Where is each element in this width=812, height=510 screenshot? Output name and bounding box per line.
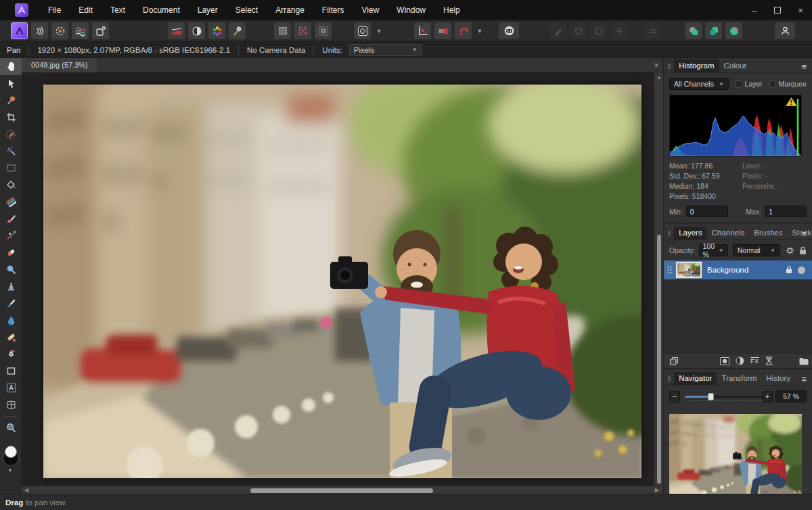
tool-pixel[interactable]: [0, 227, 22, 244]
tool-flood-fill[interactable]: [0, 177, 22, 193]
quick-mask-dropdown-chevron-icon[interactable]: ▼: [374, 22, 384, 39]
tool-smudge[interactable]: [0, 295, 22, 312]
snapping-magnet-icon[interactable]: [455, 22, 472, 39]
panel-menu-icon[interactable]: ≡: [801, 64, 807, 70]
adjustment-layer-icon[interactable]: [736, 356, 744, 365]
panel-menu-icon[interactable]: ≡: [801, 231, 807, 237]
menu-select[interactable]: Select: [227, 5, 267, 15]
snapping-move-icon[interactable]: [434, 22, 451, 39]
histogram-graph[interactable]: [669, 95, 802, 157]
units-dropdown[interactable]: Pixels ▼: [349, 44, 422, 56]
zoom-slider[interactable]: [685, 391, 758, 402]
panel-grip-icon[interactable]: ‖: [667, 230, 674, 239]
assistant-icon[interactable]: [499, 22, 519, 39]
scroll-right-icon[interactable]: ▶: [655, 487, 659, 493]
group-layers-icon[interactable]: [799, 357, 809, 365]
auto-levels-icon[interactable]: [168, 22, 185, 39]
invert-selection-icon[interactable]: [315, 22, 332, 39]
live-filter-icon[interactable]: [765, 356, 773, 365]
tab-navigator[interactable]: Navigator: [674, 372, 717, 385]
close-button[interactable]: ×: [789, 0, 812, 20]
tool-mesh-warp[interactable]: [0, 396, 22, 413]
liquify-persona-icon[interactable]: [31, 22, 48, 39]
document-tab[interactable]: 0049.jpg (57.3%): [22, 58, 98, 72]
vertical-scroll-thumb[interactable]: [657, 235, 661, 484]
snapping-dropdown-chevron-icon[interactable]: ▼: [475, 22, 484, 39]
tab-colour[interactable]: Colour: [719, 60, 752, 72]
tab-histogram[interactable]: Histogram: [674, 60, 719, 72]
tool-paint-brush[interactable]: [0, 210, 22, 227]
layer-lock-icon[interactable]: [786, 266, 792, 274]
menu-view[interactable]: View: [353, 5, 388, 15]
menu-window[interactable]: Window: [388, 5, 434, 15]
select-all-icon[interactable]: [274, 22, 291, 39]
tool-selection-brush[interactable]: [0, 126, 22, 143]
tool-blur[interactable]: [0, 312, 22, 329]
zoom-out-button[interactable]: −: [669, 391, 680, 402]
menu-filters[interactable]: Filters: [313, 5, 353, 15]
layer-effects-icon[interactable]: FX: [750, 357, 759, 365]
tab-channels[interactable]: Channels: [707, 227, 750, 239]
export-persona-icon[interactable]: [92, 22, 109, 39]
tool-gradient[interactable]: [0, 193, 22, 210]
menu-text[interactable]: Text: [102, 5, 134, 15]
layer-row-background[interactable]: Background: [664, 260, 812, 279]
scroll-down-icon[interactable]: ▼: [654, 478, 664, 484]
zoom-percentage[interactable]: 57 %: [775, 390, 807, 402]
mask-layer-icon[interactable]: [720, 357, 729, 365]
minimize-button[interactable]: –: [743, 0, 766, 20]
scroll-left-icon[interactable]: ◀: [24, 487, 28, 493]
tool-clone[interactable]: [0, 278, 22, 295]
tool-crop[interactable]: [0, 109, 22, 126]
tool-move[interactable]: [0, 75, 22, 92]
tool-flood-select[interactable]: [0, 143, 22, 160]
opacity-dropdown[interactable]: 100 % ▼: [699, 244, 728, 256]
tab-layers[interactable]: Layers: [674, 227, 707, 239]
menu-arrange[interactable]: Arrange: [267, 5, 313, 15]
auto-white-balance-icon[interactable]: [229, 22, 246, 39]
max-input[interactable]: [765, 206, 807, 217]
navigator-thumbnail[interactable]: [669, 414, 802, 501]
document-image[interactable]: [43, 85, 641, 478]
blend-mode-dropdown[interactable]: Normal ▼: [733, 244, 780, 256]
canvas-viewport[interactable]: [22, 72, 654, 486]
tool-zoom[interactable]: [0, 419, 22, 436]
app-logo-icon[interactable]: [15, 3, 28, 17]
tab-transform[interactable]: Transform: [717, 372, 761, 385]
tool-pen[interactable]: [0, 346, 22, 363]
insert-top-icon[interactable]: [705, 22, 722, 39]
layer-visibility-toggle[interactable]: [798, 266, 805, 274]
account-icon[interactable]: [775, 22, 795, 39]
blend-options-gear-icon[interactable]: [786, 246, 794, 255]
tool-marquee[interactable]: [0, 160, 22, 177]
layer-thumbnail[interactable]: [676, 262, 702, 278]
zoom-slider-handle[interactable]: [708, 393, 714, 400]
horizontal-scroll-thumb[interactable]: [250, 488, 433, 493]
channel-dropdown[interactable]: All Channels ▼: [669, 78, 729, 90]
tab-history[interactable]: History: [761, 372, 795, 385]
insert-inside-icon[interactable]: [725, 22, 742, 39]
maximize-button[interactable]: [766, 0, 789, 20]
tool-pan[interactable]: [0, 58, 22, 75]
develop-persona-icon[interactable]: [51, 22, 68, 39]
quick-mask-icon[interactable]: [354, 22, 371, 39]
tone-mapping-persona-icon[interactable]: [72, 22, 89, 39]
auto-colour-icon[interactable]: [208, 22, 225, 39]
tab-stock[interactable]: Stock: [787, 227, 812, 239]
menu-file[interactable]: File: [39, 5, 70, 15]
swap-colours-icon[interactable]: ▼: [7, 467, 13, 473]
min-input[interactable]: [686, 206, 728, 217]
layer-grip-icon[interactable]: [664, 260, 675, 279]
layer-checkbox[interactable]: [736, 80, 742, 88]
vertical-scrollbar[interactable]: ▲ ▼: [654, 72, 663, 486]
menu-edit[interactable]: Edit: [70, 5, 102, 15]
deselect-icon[interactable]: [294, 22, 311, 39]
snapping-grid-icon[interactable]: [414, 22, 431, 39]
marquee-checkbox[interactable]: [769, 80, 776, 88]
colour-swatches[interactable]: ▼: [0, 442, 22, 471]
tool-erase[interactable]: [0, 244, 22, 261]
duplicate-layer-icon[interactable]: [669, 356, 679, 366]
tool-healing[interactable]: [0, 329, 22, 346]
tool-dodge[interactable]: [0, 261, 22, 278]
menu-document[interactable]: Document: [134, 5, 189, 15]
